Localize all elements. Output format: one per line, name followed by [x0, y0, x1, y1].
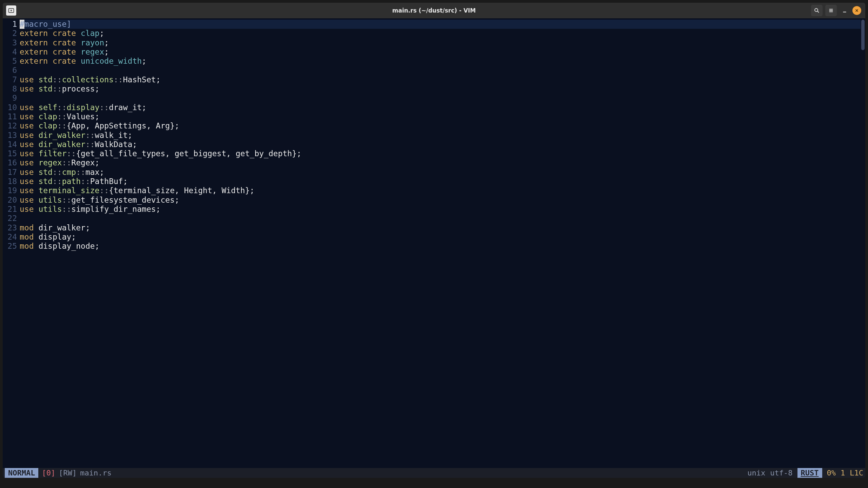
line-number: 3	[3, 38, 17, 47]
code-line[interactable]: extern crate rayon;	[20, 38, 861, 47]
code-line[interactable]: mod display_node;	[20, 242, 861, 251]
line-number: 7	[3, 75, 17, 84]
code-line[interactable]: mod display;	[20, 232, 861, 242]
line-number: 22	[3, 214, 17, 223]
code-line[interactable]	[20, 66, 861, 75]
window-title: main.rs (~/dust/src) - VIM	[3, 7, 865, 14]
minimize-button[interactable]	[840, 5, 850, 16]
line-indicator: 1	[841, 468, 845, 478]
code-line[interactable]: use clap::{App, AppSettings, Arg};	[20, 121, 861, 130]
svg-point-3	[815, 8, 818, 12]
line-number: 6	[3, 66, 17, 75]
new-tab-button[interactable]	[6, 5, 16, 16]
line-number: 23	[3, 223, 17, 232]
cursor: #	[20, 20, 24, 29]
code-line[interactable]: use dir_walker::walk_it;	[20, 131, 861, 140]
line-number: 20	[3, 196, 17, 205]
code-line[interactable]: use filter::{get_all_file_types, get_big…	[20, 149, 861, 158]
code-line[interactable]: extern crate regex;	[20, 47, 861, 57]
line-number: 2	[3, 29, 17, 38]
fileformat-indicator: unix	[747, 468, 765, 478]
line-number: 18	[3, 177, 17, 186]
percent-indicator: 0%	[827, 468, 836, 478]
line-number: 8	[3, 84, 17, 94]
file-flags: [RW]	[59, 468, 77, 478]
encoding-indicator: utf-8	[770, 468, 792, 478]
scrollbar-thumb[interactable]	[861, 20, 865, 50]
code-line[interactable]: use utils::get_filesystem_devices;	[20, 196, 861, 205]
code-line[interactable]: use dir_walker::WalkData;	[20, 140, 861, 149]
code-line[interactable]	[20, 214, 861, 223]
menu-button[interactable]	[825, 5, 837, 16]
line-number: 21	[3, 205, 17, 214]
line-number: 10	[3, 103, 17, 112]
code-line[interactable]: use utils::simplify_dir_names;	[20, 205, 861, 214]
code-line[interactable]: use std::path::PathBuf;	[20, 177, 861, 186]
code-line[interactable]: use std::cmp::max;	[20, 168, 861, 177]
line-number: 17	[3, 168, 17, 177]
code-line[interactable]: use regex::Regex;	[20, 158, 861, 167]
code-line[interactable]: use clap::Values;	[20, 112, 861, 121]
line-number: 14	[3, 140, 17, 149]
column-indicator: L1C	[850, 468, 863, 478]
line-number: 11	[3, 112, 17, 121]
line-number: 9	[3, 94, 17, 103]
register-indicator: [0]	[42, 468, 55, 478]
scrollbar-track[interactable]	[861, 20, 865, 468]
line-number: 24	[3, 232, 17, 242]
close-button[interactable]	[852, 6, 861, 15]
code-line[interactable]	[20, 94, 861, 103]
code-line[interactable]: use self::display::draw_it;	[20, 103, 861, 112]
code-content[interactable]: #[macro_use]extern crate clap;extern cra…	[20, 20, 861, 468]
terminal-window: main.rs (~/dust/src) - VIM 1234567891011…	[3, 3, 865, 478]
code-line[interactable]: #[macro_use]	[20, 20, 861, 29]
line-number: 12	[3, 121, 17, 130]
statusbar: NORMAL [0] [RW] main.rs unix utf-8 RUST …	[3, 468, 865, 478]
titlebar: main.rs (~/dust/src) - VIM	[3, 3, 865, 18]
line-number: 1	[3, 20, 17, 29]
filename-indicator: main.rs	[80, 468, 112, 478]
line-number: 16	[3, 158, 17, 167]
editor-area[interactable]: 1234567891011121314151617181920212223242…	[3, 18, 865, 468]
line-number: 5	[3, 57, 17, 66]
line-number: 15	[3, 149, 17, 158]
line-number-gutter: 1234567891011121314151617181920212223242…	[3, 20, 20, 468]
language-indicator: RUST	[797, 468, 822, 478]
svg-line-4	[817, 11, 819, 13]
line-number: 25	[3, 242, 17, 251]
mode-indicator: NORMAL	[5, 468, 38, 478]
search-button[interactable]	[811, 5, 823, 16]
code-line[interactable]: mod dir_walker;	[20, 223, 861, 232]
code-line[interactable]: use terminal_size::{terminal_size, Heigh…	[20, 186, 861, 195]
line-number: 19	[3, 186, 17, 195]
code-line[interactable]: extern crate unicode_width;	[20, 57, 861, 66]
code-line[interactable]: use std::process;	[20, 84, 861, 94]
line-number: 13	[3, 131, 17, 140]
code-line[interactable]: extern crate clap;	[20, 29, 861, 38]
line-number: 4	[3, 47, 17, 57]
code-line[interactable]: use std::collections::HashSet;	[20, 75, 861, 84]
